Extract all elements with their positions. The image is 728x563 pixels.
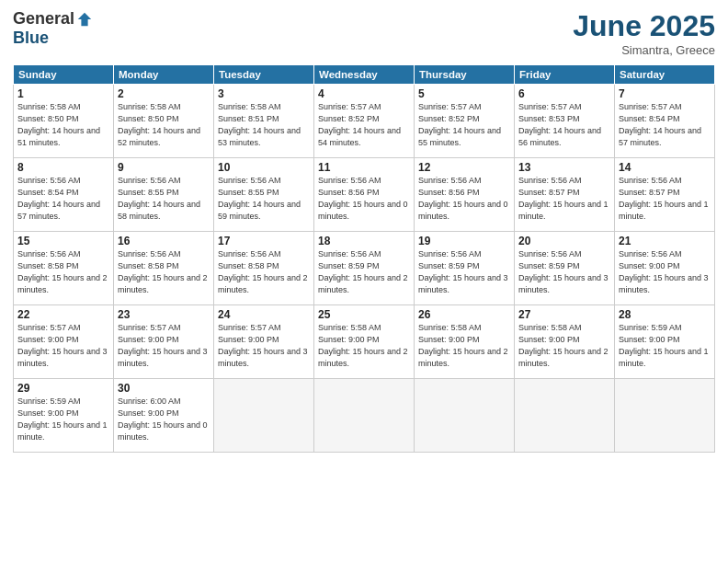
day-info: Sunrise: 5:59 AMSunset: 9:00 PMDaylight:… [619,322,711,370]
table-row: 26Sunrise: 5:58 AMSunset: 9:00 PMDayligh… [415,305,515,379]
table-row: 14Sunrise: 5:56 AMSunset: 8:57 PMDayligh… [615,158,715,232]
table-row: 16Sunrise: 5:56 AMSunset: 8:58 PMDayligh… [114,232,214,305]
day-number: 9 [118,161,210,174]
day-number: 3 [218,87,310,100]
day-number: 22 [17,308,109,321]
table-row [515,379,615,453]
day-info: Sunrise: 5:59 AMSunset: 9:00 PMDaylight:… [17,396,109,443]
table-row: 19Sunrise: 5:56 AMSunset: 8:59 PMDayligh… [415,232,515,305]
day-info: Sunrise: 5:56 AMSunset: 8:58 PMDaylight:… [17,248,109,296]
day-info: Sunrise: 5:57 AMSunset: 9:00 PMDaylight:… [17,322,109,370]
logo: General Blue [13,9,93,48]
day-number: 16 [118,235,210,247]
table-row: 20Sunrise: 5:56 AMSunset: 8:59 PMDayligh… [515,232,615,305]
day-number: 6 [518,87,610,100]
day-info: Sunrise: 5:57 AMSunset: 8:53 PMDaylight:… [518,101,610,149]
table-row [314,379,415,453]
header-saturday: Saturday [615,65,715,85]
day-number: 1 [17,87,109,100]
calendar-row: 29Sunrise: 5:59 AMSunset: 9:00 PMDayligh… [14,379,715,453]
day-number: 7 [619,87,711,100]
day-info: Sunrise: 5:58 AMSunset: 8:51 PMDaylight:… [218,101,310,149]
day-info: Sunrise: 6:00 AMSunset: 9:00 PMDaylight:… [118,396,210,443]
table-row: 10Sunrise: 5:56 AMSunset: 8:55 PMDayligh… [214,158,314,232]
header-sunday: Sunday [14,65,114,85]
day-info: Sunrise: 5:56 AMSunset: 9:00 PMDaylight:… [619,248,711,296]
day-number: 8 [17,161,109,174]
table-row: 7Sunrise: 5:57 AMSunset: 8:54 PMDaylight… [615,85,715,158]
header-tuesday: Tuesday [214,65,314,85]
page: General Blue June 2025 Simantra, Greece … [0,0,728,563]
table-row: 27Sunrise: 5:58 AMSunset: 9:00 PMDayligh… [515,305,615,379]
day-info: Sunrise: 5:56 AMSunset: 8:58 PMDaylight:… [218,248,310,296]
svg-marker-0 [78,12,91,25]
day-info: Sunrise: 5:56 AMSunset: 8:59 PMDaylight:… [418,248,510,296]
table-row: 15Sunrise: 5:56 AMSunset: 8:58 PMDayligh… [14,232,114,305]
day-number: 21 [619,235,711,247]
day-number: 18 [318,235,410,247]
day-info: Sunrise: 5:56 AMSunset: 8:54 PMDaylight:… [17,175,109,223]
table-row: 13Sunrise: 5:56 AMSunset: 8:57 PMDayligh… [515,158,615,232]
table-row: 1Sunrise: 5:58 AMSunset: 8:50 PMDaylight… [14,85,114,158]
table-row: 12Sunrise: 5:56 AMSunset: 8:56 PMDayligh… [415,158,515,232]
day-number: 30 [118,382,210,395]
day-info: Sunrise: 5:57 AMSunset: 9:00 PMDaylight:… [118,322,210,370]
table-row: 23Sunrise: 5:57 AMSunset: 9:00 PMDayligh… [114,305,214,379]
table-row: 3Sunrise: 5:58 AMSunset: 8:51 PMDaylight… [214,85,314,158]
table-row: 11Sunrise: 5:56 AMSunset: 8:56 PMDayligh… [314,158,415,232]
day-info: Sunrise: 5:56 AMSunset: 8:59 PMDaylight:… [518,248,610,296]
table-row: 5Sunrise: 5:57 AMSunset: 8:52 PMDaylight… [415,85,515,158]
day-number: 28 [619,308,711,321]
day-number: 27 [518,308,610,321]
table-row: 30Sunrise: 6:00 AMSunset: 9:00 PMDayligh… [114,379,214,453]
table-row: 17Sunrise: 5:56 AMSunset: 8:58 PMDayligh… [214,232,314,305]
calendar-row: 22Sunrise: 5:57 AMSunset: 9:00 PMDayligh… [14,305,715,379]
table-row [615,379,715,453]
day-number: 11 [318,161,410,174]
day-number: 29 [17,382,109,395]
day-number: 2 [118,87,210,100]
day-info: Sunrise: 5:57 AMSunset: 9:00 PMDaylight:… [218,322,310,370]
header: General Blue June 2025 Simantra, Greece [13,9,715,57]
calendar-header-row: Sunday Monday Tuesday Wednesday Thursday… [14,65,715,85]
day-info: Sunrise: 5:58 AMSunset: 8:50 PMDaylight:… [17,101,109,149]
day-number: 12 [418,161,510,174]
table-row [214,379,314,453]
day-info: Sunrise: 5:58 AMSunset: 9:00 PMDaylight:… [518,322,610,370]
day-info: Sunrise: 5:57 AMSunset: 8:54 PMDaylight:… [619,101,711,149]
day-number: 14 [619,161,711,174]
day-info: Sunrise: 5:58 AMSunset: 9:00 PMDaylight:… [318,322,410,370]
table-row: 28Sunrise: 5:59 AMSunset: 9:00 PMDayligh… [615,305,715,379]
day-info: Sunrise: 5:56 AMSunset: 8:57 PMDaylight:… [619,175,711,223]
table-row: 9Sunrise: 5:56 AMSunset: 8:55 PMDaylight… [114,158,214,232]
calendar-row: 15Sunrise: 5:56 AMSunset: 8:58 PMDayligh… [14,232,715,305]
header-monday: Monday [114,65,214,85]
table-row: 22Sunrise: 5:57 AMSunset: 9:00 PMDayligh… [14,305,114,379]
day-number: 20 [518,235,610,247]
table-row: 24Sunrise: 5:57 AMSunset: 9:00 PMDayligh… [214,305,314,379]
day-info: Sunrise: 5:56 AMSunset: 8:56 PMDaylight:… [318,175,410,223]
day-info: Sunrise: 5:58 AMSunset: 9:00 PMDaylight:… [418,322,510,370]
title-block: June 2025 Simantra, Greece [573,9,715,57]
calendar-row: 1Sunrise: 5:58 AMSunset: 8:50 PMDaylight… [14,85,715,158]
calendar-row: 8Sunrise: 5:56 AMSunset: 8:54 PMDaylight… [14,158,715,232]
header-friday: Friday [515,65,615,85]
day-info: Sunrise: 5:56 AMSunset: 8:55 PMDaylight:… [118,175,210,223]
month-title: June 2025 [573,9,715,43]
day-number: 15 [17,235,109,247]
day-number: 13 [518,161,610,174]
calendar-table: Sunday Monday Tuesday Wednesday Thursday… [13,64,715,453]
day-number: 10 [218,161,310,174]
day-info: Sunrise: 5:56 AMSunset: 8:58 PMDaylight:… [118,248,210,296]
table-row: 6Sunrise: 5:57 AMSunset: 8:53 PMDaylight… [515,85,615,158]
day-info: Sunrise: 5:56 AMSunset: 8:59 PMDaylight:… [318,248,410,296]
day-info: Sunrise: 5:56 AMSunset: 8:56 PMDaylight:… [418,175,510,223]
day-number: 17 [218,235,310,247]
table-row: 4Sunrise: 5:57 AMSunset: 8:52 PMDaylight… [314,85,415,158]
day-number: 25 [318,308,410,321]
day-info: Sunrise: 5:56 AMSunset: 8:55 PMDaylight:… [218,175,310,223]
day-info: Sunrise: 5:58 AMSunset: 8:50 PMDaylight:… [118,101,210,149]
table-row: 25Sunrise: 5:58 AMSunset: 9:00 PMDayligh… [314,305,415,379]
table-row: 2Sunrise: 5:58 AMSunset: 8:50 PMDaylight… [114,85,214,158]
day-number: 26 [418,308,510,321]
